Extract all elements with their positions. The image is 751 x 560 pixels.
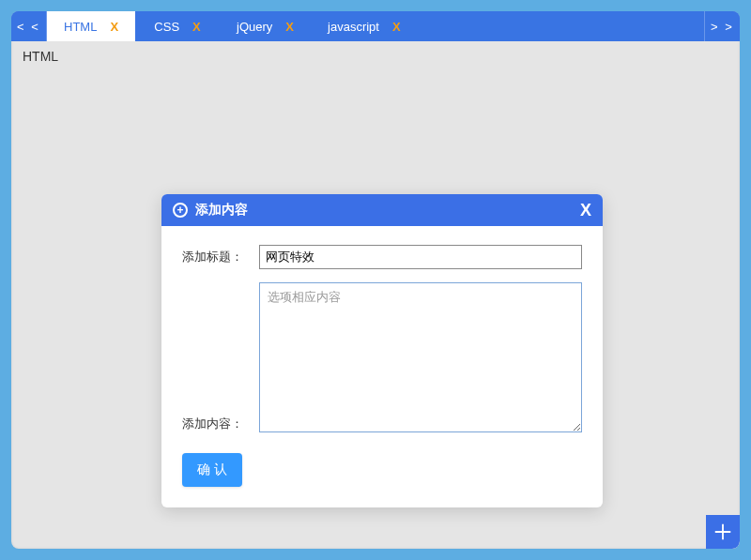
modal-body: 添加标题： 添加内容： 确 认 <box>161 226 603 507</box>
tabs-track: HTML X CSS X jQuery X javascript X <box>47 11 704 41</box>
tab-jquery[interactable]: jQuery X <box>220 11 311 41</box>
content-area: HTML <box>11 41 740 71</box>
tab-javascript[interactable]: javascript X <box>311 11 418 41</box>
tab-css[interactable]: CSS X <box>135 11 220 41</box>
close-icon[interactable]: X <box>392 20 401 34</box>
add-button[interactable] <box>706 515 740 549</box>
title-input[interactable] <box>259 245 582 269</box>
tab-bar: < < HTML X CSS X jQuery X javascript X <box>11 11 740 41</box>
plus-circle-icon: + <box>173 203 188 218</box>
modal-close-button[interactable]: X <box>580 201 591 220</box>
modal-header[interactable]: + 添加内容 X <box>161 194 603 226</box>
content-text: HTML <box>23 49 58 64</box>
tab-nav-next[interactable]: > > <box>704 11 740 41</box>
plus-icon <box>713 522 733 542</box>
tab-label: CSS <box>154 20 179 34</box>
tab-html[interactable]: HTML X <box>47 11 135 41</box>
close-icon[interactable]: X <box>285 20 294 34</box>
close-icon[interactable]: X <box>110 20 118 34</box>
tab-nav-prev[interactable]: < < <box>11 11 47 41</box>
tab-label: javascript <box>328 20 379 34</box>
title-field-label: 添加标题： <box>182 245 259 265</box>
content-textarea[interactable] <box>259 282 582 432</box>
tab-label: jQuery <box>237 20 272 34</box>
app-frame: < < HTML X CSS X jQuery X javascript X <box>11 11 740 549</box>
modal-title: 添加内容 <box>195 202 248 219</box>
close-icon[interactable]: X <box>192 20 201 34</box>
confirm-button[interactable]: 确 认 <box>182 453 242 487</box>
content-field-label: 添加内容： <box>182 412 259 432</box>
tab-label: HTML <box>64 20 97 34</box>
add-content-modal: + 添加内容 X 添加标题： 添加内容： 确 认 <box>161 194 603 507</box>
